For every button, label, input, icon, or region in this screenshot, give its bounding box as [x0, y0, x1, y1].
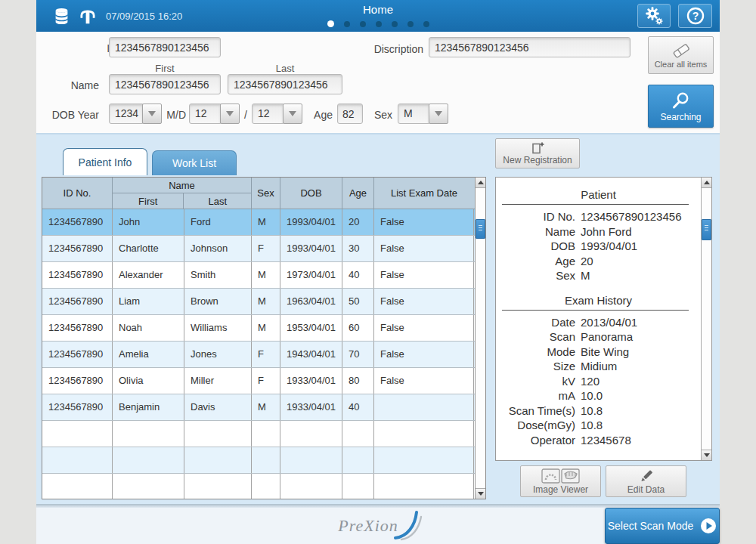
cell-first [113, 447, 184, 473]
month-select[interactable]: 12 [189, 104, 240, 124]
cell-dob: 1943/04/01 [280, 342, 342, 367]
table-row-empty[interactable] [42, 447, 485, 474]
panel-field-label: ID No. [496, 209, 581, 224]
panel-field: ID No.1234567890123456 [496, 209, 701, 224]
searching-button[interactable]: Searching [648, 85, 714, 128]
page-dot[interactable] [423, 21, 429, 27]
patient-fields: ID No.1234567890123456NameJohn FordDOB19… [496, 209, 701, 283]
app-window: 07/09/2015 16:20 Home [36, 0, 720, 544]
page-dot[interactable] [327, 20, 334, 27]
logo-text: PreXion [338, 516, 398, 536]
image-viewer-button[interactable]: Image Viewer [520, 465, 601, 497]
panel-field: mA10.0 [496, 388, 701, 403]
panel-field-value: 10.8 [581, 403, 701, 419]
cell-id [42, 474, 113, 499]
arrow-up-icon [704, 181, 710, 184]
divider [502, 204, 689, 205]
question-icon: ? [686, 6, 705, 26]
cell-id: 1234567890 [42, 262, 113, 288]
date-separator: / [242, 109, 249, 121]
dob-year-value: 1234 [109, 104, 143, 124]
age-input[interactable] [337, 104, 363, 124]
cell-last: Jones [184, 342, 252, 367]
cell-exam: False [374, 315, 474, 341]
panel-field-value: Panorama [581, 329, 701, 345]
table-row[interactable]: 1234567890AmeliaJonesF1943/04/0170False [42, 342, 485, 368]
table-row-empty[interactable] [42, 421, 485, 447]
table-row[interactable]: 1234567890BenjaminDavisM1933/04/0140 [42, 394, 485, 421]
table-scrollbar[interactable] [475, 178, 485, 499]
cell-age: 40 [342, 262, 374, 288]
patient-table: ID No. Name First Last Sex DOB Age List … [42, 177, 486, 499]
cell-exam [374, 447, 474, 473]
panel-scroll-down-button[interactable] [702, 450, 711, 460]
cell-age: 70 [342, 342, 374, 367]
table-scrollbar-thumb[interactable] [476, 219, 485, 239]
panel-field-label: kV [496, 374, 581, 389]
cell-age: 40 [342, 394, 374, 420]
cell-age: 20 [342, 209, 374, 235]
page-dot[interactable] [392, 21, 398, 27]
first-name-label: First [109, 63, 221, 74]
edit-data-button[interactable]: Edit Data [606, 465, 686, 497]
panel-field-label: Scan Time(s) [496, 403, 581, 419]
page-dot[interactable] [407, 21, 414, 27]
table-row[interactable]: 1234567890AlexanderSmithM1973/04/0140Fal… [42, 262, 485, 289]
cell-last: Brown [184, 289, 252, 314]
header-first[interactable]: First [113, 193, 184, 209]
tab-work-list[interactable]: Work List [152, 150, 237, 175]
panel-field: kV120 [496, 374, 701, 389]
sex-dropdown-button[interactable] [429, 104, 448, 124]
day-select[interactable]: 12 [252, 104, 302, 124]
panel-field: SizeMidium [496, 359, 701, 374]
panel-scrollbar[interactable] [701, 178, 711, 460]
header-last[interactable]: Last [184, 193, 251, 209]
header-name-group[interactable]: Name First Last [113, 178, 252, 209]
new-registration-button[interactable]: New Registration [495, 138, 580, 168]
header-id[interactable]: ID No. [42, 178, 113, 209]
last-name-input[interactable] [228, 74, 342, 94]
table-row[interactable]: 1234567890LiamBrownM1963/04/0150False [42, 289, 485, 315]
patient-icon[interactable] [78, 6, 98, 29]
database-icon[interactable] [51, 6, 72, 29]
new-document-icon [530, 141, 545, 155]
last-name-label: Last [228, 63, 342, 74]
page-dot[interactable] [376, 21, 382, 27]
panel-field-value: 12345678 [581, 433, 701, 448]
clear-all-items-label: Clear all items [655, 60, 708, 69]
table-row[interactable]: 1234567890CharlotteJohnsonF1993/04/0130F… [42, 236, 485, 262]
table-row[interactable]: 1234567890OliviaMillerF1933/04/0180False [42, 368, 485, 394]
cell-id: 1234567890 [42, 368, 113, 394]
header-age[interactable]: Age [342, 178, 374, 209]
panel-field-value: Midium [581, 359, 701, 374]
first-name-input[interactable] [109, 74, 221, 94]
panel-scrollbar-thumb[interactable] [702, 219, 711, 240]
cell-last: Miller [184, 368, 252, 394]
header-dob[interactable]: DOB [280, 178, 342, 209]
day-dropdown-button[interactable] [283, 104, 302, 124]
dob-year-select[interactable]: 1234 [109, 104, 162, 124]
month-dropdown-button[interactable] [220, 104, 240, 124]
scroll-up-button[interactable] [476, 178, 485, 188]
new-registration-label: New Registration [503, 155, 572, 165]
header-list-exam-date[interactable]: List Exam Date [374, 178, 474, 209]
table-row[interactable]: 1234567890NoahWilliamsM1953/04/0160False [42, 315, 485, 342]
panel-scroll-up-button[interactable] [702, 178, 711, 188]
sex-select[interactable]: M [398, 104, 448, 124]
header-sex[interactable]: Sex [252, 178, 280, 209]
page-dot[interactable] [360, 21, 366, 27]
settings-button[interactable] [637, 4, 671, 28]
tab-patient-info[interactable]: Patient Info [63, 148, 147, 175]
table-row-empty[interactable] [42, 474, 485, 499]
select-scan-mode-button[interactable]: Select Scan Mode [605, 508, 720, 544]
dob-year-dropdown-button[interactable] [142, 104, 162, 124]
description-input[interactable] [429, 37, 631, 57]
clear-all-items-button[interactable]: Clear all items [648, 36, 714, 74]
id-input[interactable] [109, 37, 221, 57]
arrow-down-icon [704, 453, 710, 457]
page-dot[interactable] [344, 21, 350, 27]
cell-dob: 1973/04/01 [280, 262, 342, 288]
scroll-down-button[interactable] [476, 488, 485, 499]
help-button[interactable]: ? [678, 4, 712, 28]
table-row[interactable]: 1234567890JohnFordM1993/04/0120False [42, 209, 485, 236]
